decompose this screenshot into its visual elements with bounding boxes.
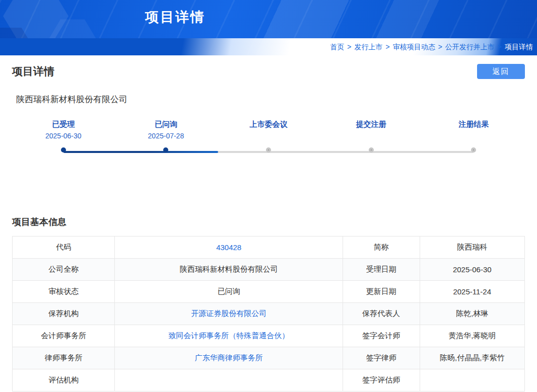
breadcrumb-separator: > <box>498 43 502 51</box>
table-row: 会计师事务所致同会计师事务所（特殊普通合伙）签字会计师黄浩华,蒋晓明 <box>13 325 525 347</box>
row-value: 已问询 <box>115 281 343 303</box>
content: 项目详情 返回 陕西瑞科新材料股份有限公司 已受理2025-06-30已问询20… <box>0 62 537 391</box>
basic-info-tbody: 代码430428简称陕西瑞科公司全称陕西瑞科新材料股份有限公司受理日期2025-… <box>13 237 525 391</box>
row-label: 保荐代表人 <box>343 303 420 325</box>
row-label: 签字律师 <box>343 347 420 369</box>
row-value: 2025-06-30 <box>420 259 525 281</box>
banner-title: 项目详情 <box>145 8 206 26</box>
row-label: 签字会计师 <box>343 325 420 347</box>
row-label: 评估机构 <box>13 369 115 391</box>
timeline: 已受理2025-06-30已问询2025-07-28上市委会议提交注册注册结果 <box>12 118 525 162</box>
breadcrumb-separator: > <box>347 43 351 51</box>
row-label: 律师事务所 <box>13 347 115 369</box>
row-value <box>420 369 525 391</box>
breadcrumb-item[interactable]: 审核项目动态 <box>393 43 435 51</box>
timeline-step-label: 注册结果 <box>422 118 525 130</box>
breadcrumb: 首页>发行上市>审核项目动态>公开发行并上市>项目详情 <box>0 38 533 55</box>
row-label: 签字评估师 <box>343 369 420 391</box>
row-label: 更新日期 <box>343 281 420 303</box>
breadcrumb-separator: > <box>385 43 389 51</box>
breadcrumb-bar: 首页>发行上市>审核项目动态>公开发行并上市>项目详情 <box>0 38 537 55</box>
table-row: 律师事务所广东华商律师事务所签字律师陈旸,付晶晶,李紫竹 <box>13 347 525 369</box>
breadcrumb-item[interactable]: 公开发行并上市 <box>445 43 495 51</box>
timeline-step: 注册结果 <box>422 118 525 152</box>
table-row: 公司全称陕西瑞科新材料股份有限公司受理日期2025-06-30 <box>13 259 525 281</box>
company-name: 陕西瑞科新材料股份有限公司 <box>12 94 525 105</box>
timeline-step-label: 已受理 <box>12 118 115 130</box>
row-label: 简称 <box>343 237 420 259</box>
back-button[interactable]: 返回 <box>477 64 525 79</box>
timeline-step-dot <box>61 147 66 152</box>
table-row: 审核状态已问询更新日期2025-11-24 <box>13 281 525 303</box>
row-label: 受理日期 <box>343 259 420 281</box>
timeline-step-label: 已问询 <box>115 118 218 130</box>
banner: 项目详情 首页>发行上市>审核项目动态>公开发行并上市>项目详情 <box>0 0 537 55</box>
timeline-step-label: 提交注册 <box>320 118 423 130</box>
row-value: 黄浩华,蒋晓明 <box>420 325 525 347</box>
row-label: 公司全称 <box>13 259 115 281</box>
row-value <box>115 369 343 391</box>
row-label: 代码 <box>13 237 115 259</box>
row-value: 2025-11-24 <box>420 281 525 303</box>
page: 项目详情 首页>发行上市>审核项目动态>公开发行并上市>项目详情 项目详情 返回… <box>0 0 537 391</box>
timeline-step: 上市委会议 <box>217 118 320 152</box>
row-value: 陈旸,付晶晶,李紫竹 <box>420 347 525 369</box>
title-row: 项目详情 返回 <box>12 62 525 81</box>
table-row: 保荐机构开源证券股份有限公司保荐代表人陈乾,林琳 <box>13 303 525 325</box>
timeline-step-date <box>320 130 423 141</box>
breadcrumb-separator: > <box>438 43 442 51</box>
breadcrumb-item: 项目详情 <box>505 43 533 51</box>
timeline-step-date <box>422 130 525 141</box>
timeline-steps: 已受理2025-06-30已问询2025-07-28上市委会议提交注册注册结果 <box>12 118 525 152</box>
timeline-step-label: 上市委会议 <box>217 118 320 130</box>
table-row: 评估机构签字评估师 <box>13 369 525 391</box>
timeline-step-dot <box>471 147 476 152</box>
page-title: 项目详情 <box>12 64 54 79</box>
timeline-step: 提交注册 <box>320 118 423 152</box>
row-value: 陕西瑞科新材料股份有限公司 <box>115 259 343 281</box>
timeline-step: 已问询2025-07-28 <box>115 118 218 152</box>
row-value: 陈乾,林琳 <box>420 303 525 325</box>
table-row: 代码430428简称陕西瑞科 <box>13 237 525 259</box>
row-value[interactable]: 致同会计师事务所（特殊普通合伙） <box>115 325 343 347</box>
row-value: 陕西瑞科 <box>420 237 525 259</box>
row-value[interactable]: 开源证券股份有限公司 <box>115 303 343 325</box>
row-label: 保荐机构 <box>13 303 115 325</box>
section-title: 项目基本信息 <box>12 216 525 228</box>
timeline-step-date: 2025-06-30 <box>12 130 115 141</box>
row-value[interactable]: 广东华商律师事务所 <box>115 347 343 369</box>
timeline-step-dot <box>163 147 168 152</box>
row-label: 审核状态 <box>13 281 115 303</box>
breadcrumb-item[interactable]: 发行上市 <box>354 43 382 51</box>
timeline-step-dot <box>266 147 271 152</box>
row-label: 会计师事务所 <box>13 325 115 347</box>
timeline-step-date <box>217 130 320 141</box>
timeline-step-date: 2025-07-28 <box>115 130 218 141</box>
row-value: 430428 <box>115 237 343 259</box>
timeline-step-dot <box>369 147 374 152</box>
basic-info-table: 代码430428简称陕西瑞科公司全称陕西瑞科新材料股份有限公司受理日期2025-… <box>12 236 525 391</box>
timeline-step: 已受理2025-06-30 <box>12 118 115 152</box>
breadcrumb-item[interactable]: 首页 <box>330 43 344 51</box>
